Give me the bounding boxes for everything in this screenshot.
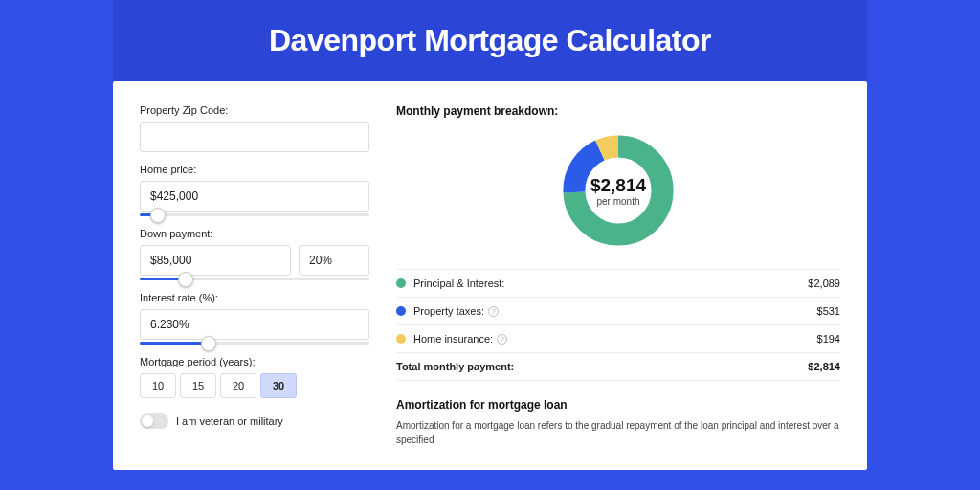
donut-amount: $2,814 bbox=[590, 175, 646, 196]
info-icon[interactable]: ? bbox=[497, 334, 507, 345]
zip-field: Property Zip Code: bbox=[140, 104, 369, 152]
legend-row-tax: Property taxes:? $531 bbox=[396, 298, 840, 325]
down-payment-input[interactable] bbox=[140, 245, 291, 276]
period-button-15[interactable]: 15 bbox=[180, 373, 216, 398]
slider-thumb[interactable] bbox=[201, 336, 216, 351]
veteran-toggle[interactable] bbox=[140, 413, 168, 429]
slider-thumb[interactable] bbox=[150, 208, 166, 223]
home-price-label: Home price: bbox=[140, 164, 369, 175]
zip-label: Property Zip Code: bbox=[140, 104, 369, 116]
down-payment-pct-input[interactable] bbox=[299, 245, 369, 276]
legend: Principal & Interest: $2,089 Property ta… bbox=[396, 269, 840, 381]
amortization-heading: Amortization for mortgage loan bbox=[396, 398, 840, 412]
legend-label-ins: Home insurance:? bbox=[413, 333, 817, 345]
zip-input[interactable] bbox=[140, 122, 369, 152]
legend-value-total: $2,814 bbox=[808, 361, 840, 372]
down-payment-label: Down payment: bbox=[140, 228, 369, 239]
donut-center: $2,814 per month bbox=[557, 129, 679, 252]
rate-slider[interactable] bbox=[140, 342, 369, 345]
legend-value-pi: $2,089 bbox=[808, 278, 840, 289]
legend-label-tax: Property taxes:? bbox=[413, 305, 817, 317]
veteran-label: I am veteran or military bbox=[176, 415, 283, 427]
donut-sublabel: per month bbox=[596, 196, 639, 207]
legend-row-total: Total monthly payment: $2,814 bbox=[396, 353, 840, 381]
legend-row-pi: Principal & Interest: $2,089 bbox=[396, 270, 840, 298]
home-price-slider[interactable] bbox=[140, 213, 369, 216]
period-button-10[interactable]: 10 bbox=[140, 373, 176, 398]
slider-thumb[interactable] bbox=[178, 272, 193, 287]
toggle-knob bbox=[142, 415, 153, 427]
form-panel: Property Zip Code: Home price: Down paym… bbox=[140, 104, 369, 447]
slider-fill bbox=[140, 342, 209, 345]
veteran-toggle-row: I am veteran or military bbox=[140, 413, 369, 429]
period-field: Mortgage period (years): 10 15 20 30 bbox=[140, 356, 369, 398]
breakdown-heading: Monthly payment breakdown: bbox=[396, 104, 840, 118]
rate-label: Interest rate (%): bbox=[140, 292, 369, 303]
period-button-30[interactable]: 30 bbox=[260, 373, 297, 398]
results-panel: Monthly payment breakdown: $2,814 per mo… bbox=[396, 104, 840, 447]
period-label: Mortgage period (years): bbox=[140, 356, 369, 368]
page-title: Davenport Mortgage Calculator bbox=[113, 23, 867, 58]
swatch-ins bbox=[396, 334, 406, 344]
info-icon[interactable]: ? bbox=[488, 306, 499, 317]
donut-chart: $2,814 per month bbox=[557, 129, 679, 252]
legend-label-pi: Principal & Interest: bbox=[413, 278, 808, 289]
swatch-tax bbox=[396, 306, 406, 316]
down-payment-field: Down payment: bbox=[140, 228, 369, 280]
down-payment-slider[interactable] bbox=[140, 278, 369, 280]
swatch-pi bbox=[396, 278, 406, 288]
period-button-group: 10 15 20 30 bbox=[140, 373, 369, 398]
period-button-20[interactable]: 20 bbox=[220, 373, 256, 398]
legend-label-total: Total monthly payment: bbox=[396, 361, 808, 372]
donut-chart-wrap: $2,814 per month bbox=[396, 129, 840, 252]
rate-input[interactable] bbox=[140, 309, 369, 340]
home-price-input[interactable] bbox=[140, 181, 369, 212]
rate-field: Interest rate (%): bbox=[140, 292, 369, 345]
legend-value-tax: $531 bbox=[817, 305, 840, 317]
amortization-section: Amortization for mortgage loan Amortizat… bbox=[396, 398, 840, 447]
legend-row-ins: Home insurance:? $194 bbox=[396, 325, 840, 353]
legend-value-ins: $194 bbox=[817, 333, 840, 345]
amortization-body: Amortization for a mortgage loan refers … bbox=[396, 419, 840, 447]
home-price-field: Home price: bbox=[140, 164, 369, 216]
calculator-card: Property Zip Code: Home price: Down paym… bbox=[113, 81, 867, 470]
